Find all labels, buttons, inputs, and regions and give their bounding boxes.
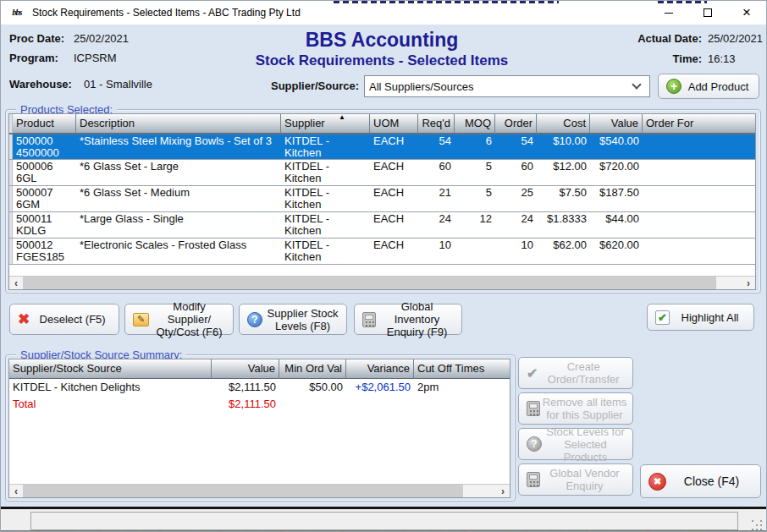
product-code-cell: 500007 6GM (13, 186, 76, 211)
scroll-right-icon[interactable]: › (742, 277, 755, 289)
stock-levels-selected-button: ? Stock Levels for Selected Products (518, 428, 633, 460)
cutoff-cell: 2pm (414, 379, 510, 396)
col-header-cost[interactable]: Cost (537, 114, 590, 134)
cost-cell: $10.00 (537, 134, 590, 159)
product-row[interactable]: 500011 KDLG 5885 *Large Glass - Single K… (9, 212, 755, 239)
page-title: Stock Requirements - Selected Items (191, 52, 572, 69)
reqd-cell: 54 (418, 134, 455, 159)
calculator-icon (527, 401, 540, 416)
product-row[interactable]: 500000 4500000 *Stainless Steel Mixing B… (9, 134, 755, 160)
summary-row[interactable]: Total $2,111.50 (9, 396, 510, 413)
products-table-body: 500000 4500000 *Stainless Steel Mixing B… (9, 134, 755, 276)
background-window-artifact (658, 1, 707, 3)
col-header-uom[interactable]: UOM (370, 114, 418, 134)
scrollbar-thumb[interactable] (23, 277, 716, 289)
global-inventory-enquiry-button[interactable]: Global Inventory Enquiry (F9) (354, 304, 462, 335)
scrollbar-track[interactable] (716, 277, 742, 289)
cost-cell: $7.50 (537, 186, 590, 211)
remove-all-items-button: Remove all items for this Supplier (518, 392, 633, 425)
add-product-button[interactable]: + Add Product (658, 74, 759, 99)
warehouse-value: 01 - Smallville (84, 78, 152, 90)
scroll-left-icon[interactable]: ‹ (9, 485, 23, 497)
summary-horizontal-scrollbar[interactable]: ‹ › (9, 484, 510, 497)
moq-cell: 5 (455, 186, 495, 211)
scroll-right-icon[interactable]: › (496, 485, 510, 497)
maximize-button[interactable] (688, 1, 727, 25)
col-header-value[interactable]: Value (590, 114, 643, 134)
col-header-order-for[interactable]: Order For (643, 114, 755, 134)
stop-x-icon: ✖ (648, 473, 666, 491)
supplier-source-value: All Suppliers/Sources (365, 80, 633, 93)
value-cell: $2,111.50 (212, 379, 279, 396)
value-cell: $44.00 (590, 212, 643, 238)
col-header-cutoff[interactable]: Cut Off Times (414, 359, 510, 379)
resize-grip[interactable] (752, 520, 762, 530)
scrollbar-thumb[interactable] (23, 485, 463, 497)
actual-date-value: 25/02/2021 (708, 32, 763, 45)
proc-date-value: 25/02/2021 (74, 32, 129, 45)
uom-cell: EACH (370, 134, 418, 159)
products-horizontal-scrollbar[interactable]: ‹ › (9, 276, 755, 289)
col-header-description[interactable]: Description (76, 114, 281, 134)
order-for-cell (643, 186, 755, 211)
col-header-reqd[interactable]: Req'd (418, 114, 455, 134)
supplier-stock-levels-button[interactable]: ? Supplier Stock Levels (F8) (239, 304, 347, 335)
supplier-source-label: Supplier/Source: (251, 80, 359, 92)
uom-cell: EACH (370, 186, 418, 211)
app-icon: bbs (8, 6, 25, 19)
highlight-all-button[interactable]: ✔ Highlight All (647, 304, 754, 331)
col-header-supplier[interactable]: Supplier▲ (281, 114, 370, 134)
maximize-icon (704, 8, 712, 17)
product-row[interactable]: 500006 6GL *6 Glass Set - Large KITDEL -… (9, 160, 755, 186)
product-code-cell: 500006 6GL (13, 160, 76, 185)
proc-date-label: Proc Date: (9, 32, 65, 45)
app-title: BBS Accounting (191, 29, 572, 51)
value-cell: $187.50 (590, 186, 643, 211)
summary-row[interactable]: KITDEL - Kitchen Delights $2,111.50 $50.… (9, 379, 510, 396)
supplier-cell: KITDEL - Kitchen Delights (281, 212, 370, 238)
moq-cell: 12 (455, 212, 495, 238)
minimize-icon (665, 13, 673, 14)
reqd-cell: 21 (418, 186, 455, 211)
value-cell: $620.00 (590, 239, 643, 264)
col-header-min-ord[interactable]: Min Ord Val (279, 359, 346, 379)
status-message-panel (30, 512, 738, 530)
col-header-order[interactable]: Order (495, 114, 537, 134)
supplier-cell: KITDEL - Kitchen Delights (281, 134, 370, 159)
col-header-variance[interactable]: Variance (346, 359, 414, 379)
edit-note-icon: ✎ (133, 313, 149, 326)
modify-supplier-button[interactable]: ✎ Modify Supplier/ Qty/Cost (F6) (124, 304, 234, 335)
value-cell: $540.00 (590, 134, 643, 159)
check-icon: ✔ (527, 365, 538, 381)
supplier-summary-group: Supplier/Stock Source Summary: Supplier/… (5, 354, 516, 502)
scrollbar-track[interactable] (463, 485, 496, 497)
col-header-sum-value[interactable]: Value (212, 359, 279, 379)
order-cell: 24 (495, 212, 537, 238)
col-header-product[interactable]: Product (13, 114, 76, 134)
supplier-source-select[interactable]: All Suppliers/Sources (364, 75, 650, 97)
minimize-button[interactable] (649, 1, 688, 25)
col-header-source[interactable]: Supplier/Stock Source (9, 359, 212, 379)
col-header-moq[interactable]: MOQ (455, 114, 495, 134)
actual-date-label: Actual Date: (627, 32, 702, 45)
order-cell: 54 (495, 134, 537, 159)
red-x-icon: ✖ (18, 310, 30, 328)
product-row[interactable]: 500007 6GM *6 Glass Set - Medium KITDEL … (9, 186, 755, 212)
plus-icon: + (666, 79, 681, 94)
close-window-button[interactable]: × (727, 1, 766, 25)
products-table-header: Product Description Supplier▲ UOM Req'd … (9, 114, 755, 134)
deselect-button[interactable]: ✖ Deselect (F5) (9, 304, 119, 335)
order-cell: 25 (495, 186, 537, 211)
description-cell: *6 Glass Set - Medium (76, 186, 281, 211)
close-button[interactable]: ✖ Close (F4) (640, 464, 761, 498)
background-window-artifact (334, 1, 559, 3)
product-code-cell: 500012 FGES185 (13, 239, 76, 264)
uom-cell: EACH (370, 239, 418, 264)
product-row[interactable]: 500012 FGES185 *Electronic Scales - Fros… (9, 239, 755, 265)
supplier-cell: KITDEL - Kitchen Delights (281, 239, 370, 264)
variance-cell: +$2,061.50 (346, 379, 414, 396)
help-circle-icon: ? (527, 436, 542, 452)
scroll-left-icon[interactable]: ‹ (9, 277, 23, 289)
help-circle-icon: ? (247, 312, 262, 327)
sort-asc-icon: ▲ (339, 114, 345, 121)
